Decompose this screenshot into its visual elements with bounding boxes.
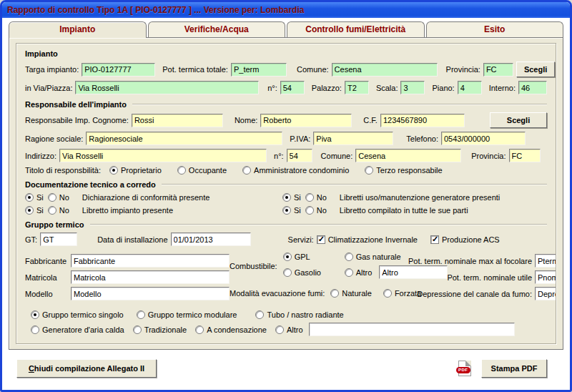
pot-termica-input[interactable] (231, 63, 287, 77)
provincia-input[interactable] (483, 63, 513, 77)
servizi-label: Servizi: (288, 235, 314, 244)
nome-label: Nome: (235, 116, 257, 124)
modello-input[interactable] (71, 287, 230, 300)
documentazione-grid: Si No Dichiarazione di conformità presen… (25, 193, 547, 215)
titolo-responsabilita-label: Titolo di responsbilità: (25, 166, 101, 175)
gt-input[interactable] (40, 232, 77, 246)
radio-icon[interactable] (133, 325, 142, 334)
telefono-input[interactable] (441, 132, 526, 145)
footer-bar: Chiudi compilazione Allegato II PDF Stam… (2, 350, 570, 390)
cf-label: C.F. (363, 116, 378, 124)
radio-icon[interactable] (345, 253, 353, 261)
radio-icon[interactable] (242, 166, 251, 175)
radio-icon[interactable] (48, 206, 56, 215)
cf-input[interactable] (380, 114, 465, 127)
radio-gpl[interactable]: GPL (283, 253, 345, 261)
scala-input[interactable] (400, 81, 425, 94)
resp-provincia-input[interactable] (509, 149, 541, 162)
doc-item-label: Libretto compilato in tutte le sue parti (340, 206, 468, 215)
palazzo-input[interactable] (345, 81, 369, 94)
radio-no[interactable]: No (48, 193, 69, 202)
radio-icon[interactable] (177, 166, 186, 175)
checkbox-climatizzazione-invernale[interactable]: Climatizzazione Invernale (317, 235, 418, 244)
interno-label: Interno: (489, 84, 516, 92)
radio-no[interactable]: No (305, 206, 327, 215)
nome-input[interactable] (260, 114, 352, 127)
gt-detail-block: Fabbricante Matricola Modello Combustibi (25, 251, 547, 303)
radio-icon[interactable] (48, 193, 56, 202)
depressione-input[interactable] (535, 287, 556, 300)
piano-input[interactable] (458, 81, 482, 94)
radio-terzo-responsabile[interactable]: Terzo responsabile (365, 166, 442, 175)
radio-fumi-naturale[interactable]: Naturale (330, 289, 372, 298)
radio-gasolio[interactable]: Gasolio (283, 268, 345, 277)
radio-generatore-aria-calda[interactable]: Generatore d'aria calda (31, 325, 124, 334)
tab-esito[interactable]: Esito (426, 21, 564, 37)
radio-icon[interactable] (383, 289, 392, 298)
radio-icon[interactable] (109, 166, 118, 175)
tab-impianto[interactable]: Impianto (9, 21, 147, 38)
radio-tubo-nastro-radiante[interactable]: Tubo / nastro radiante (255, 310, 343, 319)
radio-icon[interactable] (31, 310, 39, 319)
radio-si[interactable]: Si (25, 206, 44, 215)
radio-icon[interactable] (25, 206, 34, 215)
targa-input[interactable] (82, 63, 155, 77)
interno-input[interactable] (518, 81, 547, 94)
via-input[interactable] (75, 81, 259, 94)
section-title-impianto: Impianto (25, 49, 547, 58)
radio-si[interactable]: Si (282, 193, 301, 202)
radio-gruppo-termico-singolo[interactable]: Gruppo termico singolo (31, 310, 124, 319)
matricola-input[interactable] (71, 270, 230, 284)
radio-si[interactable]: Si (25, 193, 44, 202)
resp-civico-input[interactable] (287, 149, 312, 162)
pot-max-input[interactable] (535, 254, 556, 268)
radio-icon[interactable] (283, 268, 292, 277)
radio-icon[interactable] (137, 310, 145, 319)
radio-icon[interactable] (282, 206, 291, 215)
radio-icon[interactable] (25, 193, 34, 202)
resp-comune-input[interactable] (355, 149, 461, 162)
radio-icon[interactable] (365, 166, 373, 175)
radio-a-condensazione[interactable]: A condensazione (195, 325, 267, 334)
palazzo-label: Palazzo: (312, 84, 342, 92)
comune-input[interactable] (332, 63, 438, 77)
ragione-sociale-input[interactable] (86, 132, 282, 145)
scegli-responsabile-button[interactable]: Scegli (490, 112, 547, 128)
tab-verifiche-acqua[interactable]: Verifiche/Acqua (148, 21, 286, 37)
scegli-impianto-button[interactable]: Scegli (516, 62, 555, 77)
radio-icon[interactable] (305, 206, 314, 215)
radio-icon[interactable] (31, 325, 39, 334)
radio-icon[interactable] (255, 310, 264, 319)
checkbox-icon[interactable] (430, 235, 439, 244)
radio-proprietario[interactable]: Proprietario (109, 166, 162, 175)
chiudi-compilazione-button[interactable]: Chiudi compilazione Allegato II (16, 359, 157, 378)
radio-si[interactable]: Si (282, 206, 301, 215)
radio-tradizionale[interactable]: Tradizionale (133, 325, 187, 334)
tipo-altro-input[interactable] (309, 323, 515, 336)
tab-controllo-fumi-elettricita[interactable]: Controllo fumi/Elettricità (287, 21, 425, 37)
stampa-pdf-button[interactable]: Stampa PDF (481, 359, 547, 378)
radio-icon[interactable] (330, 289, 339, 298)
civico-input[interactable] (280, 81, 305, 94)
radio-icon[interactable] (195, 325, 204, 334)
titlebar[interactable]: Rapporto di controllo Tipo 1A [ PIO-0127… (2, 2, 570, 18)
radio-icon[interactable] (345, 268, 353, 277)
radio-occupante[interactable]: Occupante (177, 166, 227, 175)
radio-amministratore-condominio[interactable]: Amministratore condominio (242, 166, 349, 175)
radio-tipo-altro[interactable]: Altro (275, 325, 303, 334)
indirizzo-input[interactable] (59, 149, 267, 162)
checkbox-icon[interactable] (317, 235, 325, 244)
radio-no[interactable]: No (48, 206, 69, 215)
radio-icon[interactable] (275, 325, 284, 334)
radio-icon[interactable] (283, 253, 292, 261)
piva-input[interactable] (313, 132, 393, 145)
radio-icon[interactable] (282, 193, 291, 202)
radio-icon[interactable] (305, 193, 314, 202)
data-installazione-input[interactable] (171, 232, 251, 246)
fabbricante-input[interactable] (71, 254, 230, 268)
radio-no[interactable]: No (305, 193, 327, 202)
radio-gruppo-termico-modulare[interactable]: Gruppo termico modulare (137, 310, 237, 319)
cognome-input[interactable] (132, 114, 223, 127)
pot-utile-input[interactable] (535, 270, 556, 284)
checkbox-produzione-acs[interactable]: Produzione ACS (430, 235, 500, 244)
